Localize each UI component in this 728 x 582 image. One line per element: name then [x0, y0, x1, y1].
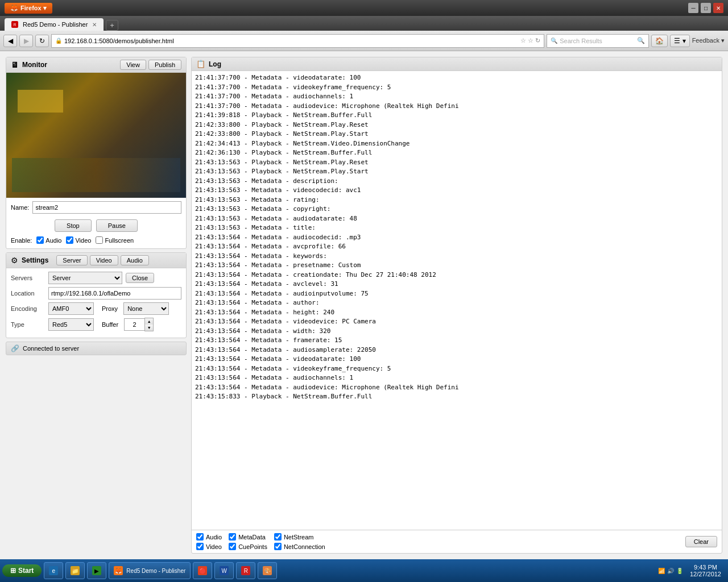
servers-select[interactable]: Server	[48, 272, 122, 284]
browser-menu-button[interactable]: ☰ ▾	[670, 35, 689, 47]
maximize-button[interactable]: □	[701, 3, 711, 13]
cuepoints-filter-label[interactable]: CuePoints	[229, 543, 267, 550]
audio-checkbox[interactable]	[36, 236, 44, 244]
back-button[interactable]: ◀	[3, 35, 17, 47]
netconnection-filter-label[interactable]: NetConnection	[274, 543, 325, 550]
clear-button[interactable]: Clear	[685, 536, 717, 547]
taskbar-app-firefox[interactable]: 🦊 Red5 Demo - Publisher	[109, 562, 191, 579]
stop-button[interactable]: Stop	[55, 219, 92, 232]
video-overlay	[18, 90, 63, 113]
extra-icon: 🔴	[198, 566, 207, 575]
spinner-up-button[interactable]: ▲	[145, 318, 153, 325]
spinner-buttons: ▲ ▼	[144, 318, 154, 331]
log-line: 21:43:13:563 - Metadata - title:	[195, 223, 718, 233]
log-line: 21:43:13:564 - Metadata - width: 320	[195, 327, 718, 336]
video-filter-text: Video	[206, 543, 222, 550]
taskbar-app-media[interactable]: ▶	[87, 562, 106, 579]
metadata-filter-label[interactable]: MetaData	[229, 533, 267, 541]
log-line: 21:43:13:564 - Metadata - audioinputvolu…	[195, 289, 718, 299]
refresh-icon[interactable]: ↻	[535, 37, 540, 44]
type-select[interactable]: Red5	[48, 318, 94, 331]
address-bar[interactable]: 🔒 192.168.0.1:5080/demos/publisher.html …	[51, 34, 544, 48]
word-icon: W	[220, 566, 229, 575]
log-line: 21:43:13:563 - Metadata - audiodatarate:…	[195, 214, 718, 224]
buffer-input[interactable]	[124, 318, 144, 331]
taskbar-app-files[interactable]: 📁	[65, 562, 85, 579]
search-bar[interactable]: 🔍 Search Results 🔍	[547, 34, 649, 48]
feedback-button[interactable]: Feedback ▾	[692, 37, 725, 44]
log-checkbox-group-3: NetStream NetConnection	[274, 533, 325, 550]
log-line: 21:43:13:564 - Metadata - audiocodecid: …	[195, 233, 718, 243]
location-input[interactable]	[48, 287, 181, 300]
close-button[interactable]: ✕	[713, 3, 723, 13]
video-filter-label[interactable]: Video	[196, 543, 222, 550]
taskbar-app-word[interactable]: W	[214, 562, 234, 579]
paint-icon: 🎨	[263, 566, 272, 575]
new-tab-button[interactable]: +	[106, 20, 118, 31]
video-filter-checkbox[interactable]	[196, 543, 204, 550]
active-tab[interactable]: R Red5 Demo - Publisher ✕	[5, 18, 104, 31]
taskbar-clock[interactable]: 9:43 PM 12/27/2012	[685, 564, 726, 577]
taskbar-app-extra[interactable]: 🔴	[193, 562, 212, 579]
search-placeholder: Search Results	[560, 38, 602, 44]
bookmark-icon2[interactable]: ☆	[528, 37, 533, 44]
monitor-icon: 🖥	[11, 60, 19, 69]
page-content: 🖥 Monitor View Publish Name: Stop Pause	[0, 51, 728, 559]
proxy-select[interactable]: None	[123, 302, 169, 315]
log-header: 📋 Log	[192, 57, 722, 71]
name-input[interactable]	[32, 201, 181, 214]
tab-close-icon[interactable]: ✕	[92, 22, 97, 28]
log-line: 21:41:37:700 - Metadata - videokeyframe_…	[195, 83, 718, 93]
tab-bar: R Red5 Demo - Publisher ✕ +	[0, 16, 728, 31]
right-panel: 📋 Log 21:41:37:700 - Metadata - videodat…	[191, 57, 722, 554]
sys-tray: 📶 🔊 🔋	[658, 568, 683, 574]
fullscreen-checkbox[interactable]	[96, 236, 103, 244]
view-button[interactable]: View	[120, 60, 146, 70]
reload-button[interactable]: ↻	[35, 35, 49, 47]
start-button[interactable]: ⊞ Start	[2, 564, 42, 577]
video-checkbox-label[interactable]: Video	[66, 236, 91, 244]
audio-filter-label[interactable]: Audio	[196, 533, 222, 541]
metadata-filter-checkbox[interactable]	[229, 533, 236, 541]
netconnection-filter-checkbox[interactable]	[274, 543, 282, 550]
audio-filter-checkbox[interactable]	[196, 533, 204, 541]
video-bar	[12, 158, 180, 192]
buffer-spinner: ▲ ▼	[124, 318, 154, 331]
netstream-filter-label[interactable]: NetStream	[274, 533, 325, 541]
pause-button[interactable]: Pause	[96, 219, 138, 232]
audio-checkbox-label[interactable]: Audio	[36, 236, 61, 244]
video-tab[interactable]: Video	[90, 255, 118, 265]
firefox-button[interactable]: 🦊 Red5 Demo - Publisher Firefox ▾	[5, 3, 52, 14]
cuepoints-filter-checkbox[interactable]	[229, 543, 236, 550]
tab-title: Red5 Demo - Publisher	[23, 21, 88, 28]
log-line: 21:43:13:564 - Metadata - presetname: Cu…	[195, 261, 718, 271]
video-checkbox[interactable]	[66, 236, 73, 244]
audio-tab[interactable]: Audio	[121, 255, 149, 265]
taskbar-app-paint[interactable]: 🎨	[258, 562, 277, 579]
minimize-button[interactable]: ─	[688, 3, 698, 13]
close-server-button[interactable]: Close	[126, 273, 154, 283]
fullscreen-label: Fullscreen	[105, 237, 134, 244]
home-button[interactable]: 🏠	[651, 35, 668, 47]
battery-icon: 🔋	[676, 568, 683, 574]
fullscreen-checkbox-label[interactable]: Fullscreen	[96, 236, 134, 244]
log-content[interactable]: 21:41:37:700 - Metadata - videodatarate:…	[192, 71, 722, 530]
enable-label: Enable:	[11, 237, 32, 244]
server-tab[interactable]: Server	[56, 255, 87, 265]
log-line: 21:42:36:130 - Playback - NetStream.Buff…	[195, 148, 718, 158]
windows-icon: ⊞	[10, 567, 16, 575]
red5-icon: R	[241, 566, 250, 575]
netstream-filter-checkbox[interactable]	[274, 533, 282, 541]
encoding-select[interactable]: AMF0	[48, 302, 94, 315]
taskbar-app-ie[interactable]: e	[44, 562, 63, 579]
enable-row: Enable: Audio Video Fullscreen	[6, 234, 186, 248]
address-text: 192.168.0.1:5080/demos/publisher.html	[64, 38, 518, 44]
log-line: 21:43:13:563 - Metadata - rating:	[195, 196, 718, 205]
publish-button[interactable]: Publish	[148, 60, 181, 70]
search-submit-icon[interactable]: 🔍	[637, 37, 645, 44]
forward-button[interactable]: ▶	[19, 35, 33, 47]
bookmark-icon[interactable]: ☆	[520, 37, 526, 44]
taskbar-app-red5[interactable]: R	[236, 562, 255, 579]
spinner-down-button[interactable]: ▼	[145, 325, 153, 331]
start-label: Start	[18, 567, 34, 575]
